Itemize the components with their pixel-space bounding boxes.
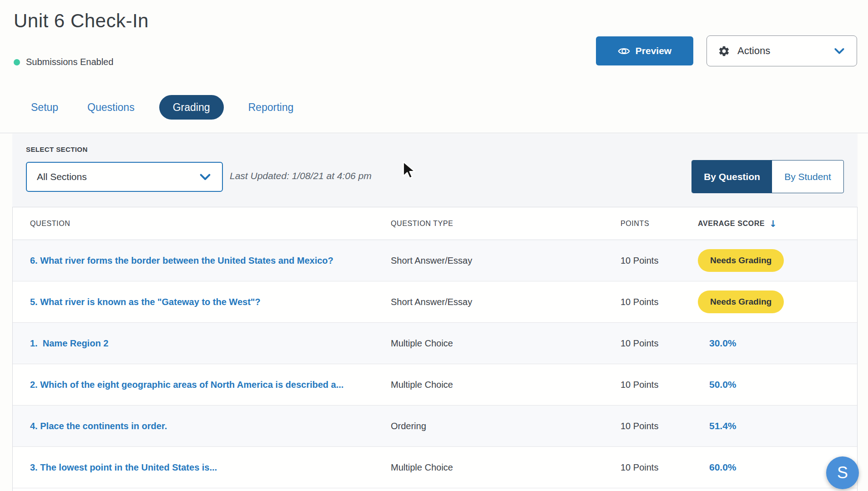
- status-label: Submissions Enabled: [26, 57, 113, 67]
- average-score-header-label: AVERAGE SCORE: [698, 220, 765, 228]
- page-header: Unit 6 Check-In Submissions Enabled Prev…: [0, 0, 868, 133]
- submissions-status: Submissions Enabled: [14, 57, 113, 67]
- view-toggle: By Question By Student: [691, 160, 844, 193]
- points-value: 10 Points: [621, 297, 698, 307]
- question-link[interactable]: 2. Which of the eight geographic areas o…: [30, 380, 391, 390]
- points-value: 10 Points: [621, 338, 698, 349]
- questions-table: QUESTION QUESTION TYPE POINTS AVERAGE SC…: [12, 207, 858, 491]
- points-value: 10 Points: [621, 256, 698, 266]
- chevron-down-icon: [198, 170, 212, 184]
- table-row: 5. What river is known as the "Gateway t…: [13, 281, 857, 323]
- needs-grading-badge: Needs Grading: [698, 249, 784, 272]
- by-question-toggle[interactable]: By Question: [692, 160, 772, 193]
- user-avatar[interactable]: S: [826, 456, 859, 489]
- points-value: 10 Points: [621, 462, 698, 473]
- column-header-question[interactable]: QUESTION: [30, 220, 391, 228]
- preview-button[interactable]: Preview: [596, 36, 693, 65]
- tab-reporting[interactable]: Reporting: [244, 101, 298, 114]
- average-score-value: 30.0%: [709, 338, 737, 348]
- average-score-value: 50.0%: [709, 379, 737, 390]
- question-link[interactable]: 4. Place the continents in order.: [30, 421, 391, 431]
- table-row: 4. Place the continents in order. Orderi…: [13, 406, 857, 447]
- points-value: 10 Points: [621, 421, 698, 431]
- filter-band: SELECT SECTION All Sections Last Updated…: [12, 134, 858, 207]
- average-score-value: 51.4%: [709, 421, 737, 431]
- column-header-average-score[interactable]: AVERAGE SCORE ↓: [698, 218, 857, 229]
- page-title: Unit 6 Check-In: [14, 10, 149, 32]
- question-type-value: Multiple Choice: [391, 338, 621, 349]
- table-row: 3. The lowest point in the United States…: [13, 447, 857, 488]
- actions-dropdown-button[interactable]: Actions: [707, 35, 857, 66]
- chevron-down-icon: [833, 45, 846, 57]
- sort-descending-icon: ↓: [769, 218, 777, 229]
- points-value: 10 Points: [621, 380, 698, 390]
- tab-setup[interactable]: Setup: [26, 101, 63, 114]
- gear-icon: [718, 45, 730, 57]
- table-row: 2. Which of the eight geographic areas o…: [13, 364, 857, 406]
- question-type-value: Short Answer/Essay: [391, 297, 621, 307]
- average-score-cell: 30.0%: [698, 338, 857, 349]
- section-select[interactable]: All Sections: [26, 162, 223, 192]
- tab-questions[interactable]: Questions: [83, 101, 139, 114]
- question-type-value: Ordering: [391, 421, 621, 431]
- by-student-toggle[interactable]: By Student: [772, 160, 843, 193]
- average-score-cell: Needs Grading: [698, 291, 857, 313]
- question-link[interactable]: 1. Name Region 2: [30, 338, 391, 349]
- table-row: 1. Name Region 2 Multiple Choice 10 Poin…: [13, 323, 857, 364]
- needs-grading-badge: Needs Grading: [698, 291, 784, 313]
- question-link[interactable]: 3. The lowest point in the United States…: [30, 462, 391, 473]
- question-type-value: Short Answer/Essay: [391, 256, 621, 266]
- question-link[interactable]: 5. What river is known as the "Gateway t…: [30, 297, 391, 307]
- average-score-value: 60.0%: [709, 462, 737, 472]
- table-row: 6. What river forms the border between t…: [13, 240, 857, 281]
- column-header-question-type[interactable]: QUESTION TYPE: [391, 220, 621, 228]
- question-type-value: Multiple Choice: [391, 462, 621, 473]
- tab-grading[interactable]: Grading: [159, 95, 224, 120]
- last-updated-text: Last Updated: 1/08/21 at 4:06 pm: [230, 170, 372, 181]
- average-score-cell: 50.0%: [698, 379, 857, 390]
- actions-button-label: Actions: [737, 45, 770, 57]
- average-score-cell: Needs Grading: [698, 249, 857, 272]
- section-select-value: All Sections: [37, 171, 198, 182]
- eye-icon: [618, 45, 630, 57]
- question-link[interactable]: 6. What river forms the border between t…: [30, 256, 391, 266]
- table-body: 6. What river forms the border between t…: [13, 240, 857, 488]
- select-section-label: SELECT SECTION: [26, 145, 88, 153]
- tab-bar: Setup Questions Grading Reporting: [26, 95, 298, 120]
- avatar-initial: S: [837, 463, 848, 482]
- status-dot-icon: [14, 59, 20, 65]
- average-score-cell: 51.4%: [698, 421, 857, 431]
- preview-button-label: Preview: [636, 45, 671, 56]
- table-header-row: QUESTION QUESTION TYPE POINTS AVERAGE SC…: [13, 207, 857, 240]
- column-header-points[interactable]: POINTS: [621, 220, 698, 228]
- question-type-value: Multiple Choice: [391, 380, 621, 390]
